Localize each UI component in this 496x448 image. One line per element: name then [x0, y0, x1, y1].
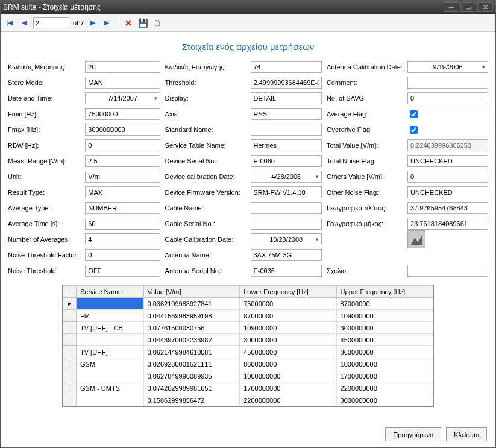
thumbnail-image[interactable] [407, 230, 425, 248]
device-firmware-input[interactable] [251, 186, 322, 198]
nav-prev-icon[interactable]: ◀ [19, 17, 30, 28]
nav-next-icon[interactable]: ▶ [87, 17, 98, 28]
cell-lower-freq[interactable]: 450000000 [240, 346, 336, 358]
table-row[interactable]: ▸0.03621099889278417500000087000000 [63, 298, 433, 310]
table-row[interactable]: FM0.044156998395919887000000109000000 [63, 310, 433, 322]
cell-value[interactable]: 0.0362109988927841 [143, 298, 240, 310]
datagrid[interactable]: Service Name Value [V/m] Lower Frequency… [62, 285, 434, 407]
cell-service-name[interactable] [77, 370, 144, 382]
row-indicator[interactable] [63, 334, 77, 346]
table-row[interactable]: 0.062784999608993510000000001700000000 [63, 370, 433, 382]
cell-value[interactable]: 0.15862999856472 [143, 394, 240, 406]
standard-name-input[interactable] [251, 124, 322, 136]
cell-service-name[interactable] [77, 394, 144, 406]
cell-value[interactable]: 0.0441569983959198 [143, 310, 240, 322]
new-icon[interactable]: 🗋 [152, 17, 163, 28]
cell-service-name[interactable]: GSM [77, 358, 144, 370]
antenna-calib-date-select[interactable]: 9/19/2006 [407, 61, 488, 73]
device-serial-input[interactable] [251, 155, 322, 167]
table-row[interactable]: TV [UHF] - CB0.0776150003075610900000030… [63, 322, 433, 334]
row-indicator[interactable] [63, 310, 77, 322]
cable-calib-date-select[interactable]: 10/23/2008 [251, 233, 322, 245]
geo-lon-input[interactable] [407, 218, 488, 230]
unit-input[interactable] [85, 171, 160, 183]
save-icon[interactable]: 💾 [137, 17, 148, 28]
comment-input[interactable] [407, 77, 488, 89]
cell-lower-freq[interactable]: 860000000 [240, 358, 336, 370]
date-time-select[interactable]: 7/14/2007 [85, 92, 160, 104]
geo-lat-input[interactable] [407, 202, 488, 214]
cell-value[interactable]: 0.07761500030756 [143, 322, 240, 334]
row-indicator[interactable] [63, 358, 77, 370]
nav-last-icon[interactable]: ▶| [102, 17, 113, 28]
cell-service-name[interactable]: TV [UHF] [77, 346, 144, 358]
noise-thresh-factor-input[interactable] [85, 249, 160, 261]
close-button[interactable]: Κλείσιμο [446, 427, 487, 441]
cable-name-input[interactable] [251, 202, 322, 214]
row-indicator[interactable] [63, 346, 77, 358]
row-indicator[interactable]: ▸ [63, 298, 77, 310]
average-type-input[interactable] [85, 202, 160, 214]
cell-value[interactable]: 0.0742629989981651 [143, 382, 240, 394]
cell-value[interactable]: 0.0269280001521111 [143, 358, 240, 370]
minimize-button[interactable]: ─ [444, 2, 459, 12]
cell-value[interactable]: 0.0627849996089935 [143, 370, 240, 382]
no-savg-input[interactable] [407, 92, 488, 104]
cell-lower-freq[interactable]: 1700000000 [240, 382, 336, 394]
num-averages-input[interactable] [85, 233, 160, 245]
code-measurement-input[interactable] [85, 61, 160, 73]
noise-threshold-input[interactable] [85, 265, 160, 277]
cell-service-name[interactable]: FM [77, 310, 144, 322]
total-noise-flag-input[interactable] [407, 155, 488, 167]
table-row[interactable]: GSM0.02692800015211118600000001000000000 [63, 358, 433, 370]
cell-upper-freq[interactable]: 1000000000 [336, 358, 433, 370]
cell-upper-freq[interactable]: 3000000000 [336, 394, 433, 406]
cell-service-name[interactable]: TV [UHF] - CB [77, 322, 144, 334]
col-service-name[interactable]: Service Name [77, 286, 144, 298]
others-value-input[interactable] [407, 171, 488, 183]
maximize-button[interactable]: ▭ [460, 2, 476, 12]
cell-upper-freq[interactable]: 109000000 [336, 310, 433, 322]
cell-value[interactable]: 0.0443970002233982 [143, 334, 240, 346]
cell-upper-freq[interactable]: 860000000 [336, 346, 433, 358]
cell-lower-freq[interactable]: 1000000000 [240, 370, 336, 382]
average-time-input[interactable] [85, 218, 160, 230]
threshold-input[interactable] [251, 77, 322, 89]
cell-lower-freq[interactable]: 2200000000 [240, 394, 336, 406]
store-mode-input[interactable] [85, 77, 160, 89]
display-input[interactable] [251, 92, 322, 104]
cell-lower-freq[interactable]: 109000000 [240, 322, 336, 334]
cell-service-name[interactable]: GSM - UMTS [77, 382, 144, 394]
fmax-input[interactable] [85, 124, 160, 136]
col-lower-freq[interactable]: Lower Frequency [Hz] [240, 286, 336, 298]
cell-upper-freq[interactable]: 87000000 [336, 298, 433, 310]
cable-serial-input[interactable] [251, 218, 322, 230]
row-indicator[interactable] [63, 322, 77, 334]
antenna-name-input[interactable] [251, 249, 322, 261]
other-noise-flag-input[interactable] [407, 186, 488, 198]
cell-lower-freq[interactable]: 300000000 [240, 334, 336, 346]
rbw-input[interactable] [85, 139, 160, 151]
result-type-input[interactable] [85, 186, 160, 198]
meas-range-input[interactable] [85, 155, 160, 167]
col-value[interactable]: Value [V/m] [143, 286, 240, 298]
row-indicator[interactable] [63, 370, 77, 382]
code-import-input[interactable] [251, 61, 322, 73]
close-window-button[interactable]: ✕ [477, 2, 493, 12]
sxolio-input[interactable] [407, 265, 488, 277]
row-indicator[interactable] [63, 394, 77, 406]
table-row[interactable]: 0.1586299985647222000000003000000000 [63, 394, 433, 406]
device-calib-date-select[interactable]: 4/28/2006 [251, 171, 322, 183]
service-table-name-input[interactable] [251, 139, 322, 151]
cell-upper-freq[interactable]: 300000000 [336, 322, 433, 334]
antenna-serial-input[interactable] [251, 265, 322, 277]
nav-first-icon[interactable]: |◀ [4, 17, 15, 28]
overdrive-flag-checkbox[interactable] [410, 126, 418, 134]
average-flag-checkbox[interactable] [410, 110, 418, 118]
cell-lower-freq[interactable]: 75000000 [240, 298, 336, 310]
cell-lower-freq[interactable]: 87000000 [240, 310, 336, 322]
table-row[interactable]: TV [UHF]0.062144998461008145000000086000… [63, 346, 433, 358]
delete-icon[interactable]: ✕ [123, 17, 134, 28]
row-indicator[interactable] [63, 382, 77, 394]
col-upper-freq[interactable]: Upper Frequency [Hz] [336, 286, 433, 298]
